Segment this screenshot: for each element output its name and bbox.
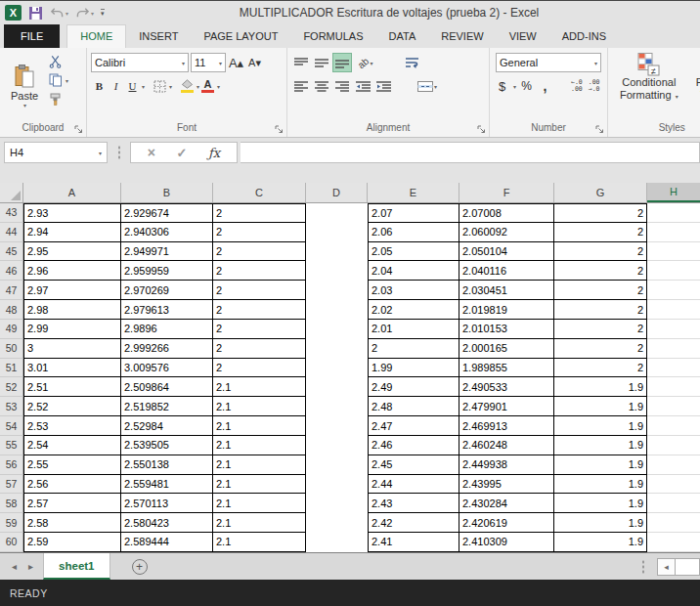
cell-C60[interactable]: 2.1 — [213, 533, 306, 552]
underline-button[interactable]: U — [124, 76, 141, 96]
new-sheet-button[interactable]: + — [132, 559, 148, 575]
undo-button[interactable]: ▾ — [50, 7, 68, 20]
cell-E47[interactable]: 2.03 — [368, 281, 459, 300]
row-header-60[interactable]: 60 — [0, 533, 23, 552]
cell-E51[interactable]: 1.99 — [368, 359, 459, 378]
cell-D48[interactable] — [306, 300, 368, 320]
cell-F53[interactable]: 2.479901 — [459, 397, 554, 416]
font-color-button[interactable]: A — [199, 76, 216, 96]
cell-E55[interactable]: 2.46 — [368, 436, 459, 455]
cell-H59[interactable] — [647, 513, 700, 533]
row-header-45[interactable]: 45 — [0, 242, 23, 262]
row-header-58[interactable]: 58 — [0, 494, 23, 513]
cell-D47[interactable] — [306, 281, 368, 300]
row-header-43[interactable]: 43 — [0, 203, 23, 223]
cell-B44[interactable]: 2.940306 — [121, 223, 213, 242]
underline-dropdown-icon[interactable]: ▾ — [142, 83, 145, 90]
row-header-54[interactable]: 54 — [0, 416, 23, 436]
tab-home[interactable]: HOME — [66, 24, 126, 48]
prev-sheet-icon[interactable]: ◂ — [12, 561, 17, 572]
cell-A58[interactable]: 2.57 — [23, 494, 121, 513]
tab-insert[interactable]: INSERT — [126, 24, 191, 48]
cancel-icon[interactable]: × — [148, 145, 155, 160]
middle-align-button[interactable] — [312, 53, 331, 72]
row-header-57[interactable]: 57 — [0, 475, 23, 495]
cell-H53[interactable] — [647, 397, 700, 416]
cell-C58[interactable]: 2.1 — [213, 494, 306, 513]
cell-F60[interactable]: 2.410309 — [459, 533, 554, 552]
conditional-formatting-button[interactable]: ≠ Conditional Formatting ▾ — [616, 51, 682, 121]
cell-B48[interactable]: 2.979613 — [121, 300, 213, 320]
cell-H58[interactable] — [647, 494, 700, 513]
align-right-button[interactable] — [332, 76, 352, 96]
align-left-button[interactable] — [291, 76, 311, 96]
fill-color-button[interactable] — [179, 76, 196, 96]
cell-B46[interactable]: 2.959959 — [121, 261, 213, 281]
alignment-dialog-launcher[interactable] — [477, 125, 486, 134]
cell-C56[interactable]: 2.1 — [213, 455, 306, 475]
cell-G44[interactable]: 2 — [554, 223, 647, 242]
bottom-align-button[interactable] — [332, 53, 352, 72]
increase-indent-button[interactable] — [373, 76, 393, 96]
decrease-font-size-button[interactable]: A▾ — [246, 53, 263, 72]
cell-C59[interactable]: 2.1 — [213, 513, 306, 533]
name-box[interactable]: H4 ▾ — [4, 142, 108, 163]
decrease-indent-button[interactable] — [353, 76, 372, 96]
font-color-dropdown-icon[interactable]: ▾ — [217, 83, 220, 90]
row-header-59[interactable]: 59 — [0, 513, 23, 533]
tab-add-ins[interactable]: ADD-INS — [549, 24, 619, 48]
column-header-E[interactable]: E — [368, 183, 459, 202]
cell-C51[interactable]: 2 — [213, 359, 306, 378]
cell-G46[interactable]: 2 — [554, 261, 647, 281]
cell-G48[interactable]: 2 — [554, 300, 647, 320]
cell-E54[interactable]: 2.47 — [368, 416, 459, 436]
cell-C48[interactable]: 2 — [213, 300, 306, 320]
cell-G56[interactable]: 1.9 — [554, 455, 647, 475]
cell-E53[interactable]: 2.48 — [368, 397, 459, 416]
cell-H45[interactable] — [647, 242, 700, 262]
cell-G49[interactable]: 2 — [554, 320, 647, 339]
cell-C44[interactable]: 2 — [213, 223, 306, 242]
cell-A51[interactable]: 3.01 — [23, 359, 121, 378]
next-sheet-icon[interactable]: ▸ — [28, 561, 33, 572]
cell-D43[interactable] — [306, 203, 368, 223]
cell-B49[interactable]: 2.9896 — [121, 320, 213, 339]
cell-H55[interactable] — [647, 436, 700, 455]
cell-C54[interactable]: 2.1 — [213, 416, 306, 436]
cell-F56[interactable]: 2.449938 — [459, 455, 554, 475]
font-name-dropdown-icon[interactable]: ▾ — [182, 60, 185, 66]
cell-A57[interactable]: 2.56 — [23, 475, 121, 495]
cell-B60[interactable]: 2.589444 — [121, 533, 213, 552]
cell-G47[interactable]: 2 — [554, 281, 647, 300]
decrease-decimal-button[interactable]: .00 →.0 — [587, 79, 602, 93]
font-dialog-launcher[interactable] — [275, 125, 284, 134]
cell-B51[interactable]: 3.009576 — [121, 359, 213, 378]
cell-H43[interactable] — [647, 203, 700, 223]
format-as-table-button[interactable]: Format Table — [692, 51, 700, 121]
cell-H49[interactable] — [647, 320, 700, 339]
cell-E45[interactable]: 2.05 — [368, 242, 459, 262]
cell-G51[interactable]: 2 — [554, 359, 647, 378]
hscroll-thumb[interactable] — [676, 558, 700, 576]
cell-H51[interactable] — [647, 359, 700, 378]
cell-F49[interactable]: 2.010153 — [459, 320, 554, 339]
cell-F58[interactable]: 2.430284 — [459, 494, 554, 513]
redo-button[interactable]: ▾ — [75, 7, 94, 20]
cell-B56[interactable]: 2.550138 — [121, 455, 213, 475]
cell-A52[interactable]: 2.51 — [23, 377, 121, 397]
cell-E58[interactable]: 2.43 — [368, 494, 459, 513]
row-header-44[interactable]: 44 — [0, 223, 23, 242]
row-header-47[interactable]: 47 — [0, 281, 23, 300]
row-header-49[interactable]: 49 — [0, 320, 23, 339]
borders-button[interactable] — [152, 76, 168, 96]
cell-H57[interactable] — [647, 475, 700, 495]
row-header-48[interactable]: 48 — [0, 300, 23, 320]
row-header-55[interactable]: 55 — [0, 436, 23, 455]
cell-H56[interactable] — [647, 455, 700, 475]
save-button[interactable] — [28, 6, 43, 21]
orientation-button[interactable]: ab ▾ — [353, 53, 378, 72]
cell-C46[interactable]: 2 — [213, 261, 306, 281]
cell-B52[interactable]: 2.509864 — [121, 377, 213, 397]
number-dialog-launcher[interactable] — [595, 125, 604, 134]
cell-D54[interactable] — [306, 416, 368, 436]
